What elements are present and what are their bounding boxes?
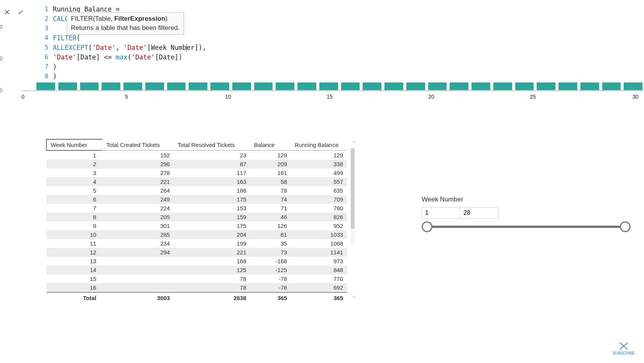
x-tick: 15 bbox=[327, 94, 333, 100]
table-row[interactable]: 11234199351068 bbox=[46, 239, 347, 248]
col-week[interactable]: Week Number bbox=[46, 139, 102, 150]
subscribe-logo[interactable]: SUBSCRIBE bbox=[613, 342, 635, 355]
scroll-up-icon[interactable]: ˄ bbox=[353, 140, 355, 146]
table-row[interactable]: 1678-78692 bbox=[46, 283, 347, 292]
slicer-min-input[interactable] bbox=[422, 207, 460, 219]
table-row[interactable]: 115223129129 bbox=[46, 150, 347, 160]
dna-icon bbox=[618, 342, 629, 350]
col-running[interactable]: Running Balance bbox=[291, 139, 347, 150]
x-tick: 10 bbox=[225, 94, 231, 100]
scrollbar-thumb[interactable] bbox=[351, 148, 355, 229]
commit-button[interactable]: ✓ bbox=[15, 7, 26, 18]
slicer-title: Week Number bbox=[422, 196, 631, 203]
line-gutter: 12345678 bbox=[39, 5, 51, 81]
total-balance: 365 bbox=[250, 292, 291, 303]
tooltip-sig-pre: FILTER(Table, bbox=[71, 15, 114, 22]
col-balance[interactable]: Balance bbox=[250, 139, 291, 150]
tooltip-desc: Returns a table that has been filtered. bbox=[71, 24, 180, 31]
total-label: Total bbox=[46, 292, 102, 303]
col-created[interactable]: Total Created Tickets bbox=[102, 139, 174, 150]
slider-handle-max[interactable] bbox=[620, 221, 631, 232]
x-tick: 30 bbox=[632, 94, 639, 100]
y-tick-0: 0 bbox=[0, 87, 2, 93]
logo-label: SUBSCRIBE bbox=[613, 351, 635, 355]
table-row[interactable]: 9301175126952 bbox=[46, 221, 347, 230]
tooltip-sig-post: ) bbox=[165, 15, 168, 22]
cancel-button[interactable]: ✕ bbox=[2, 7, 12, 18]
x-tick: 20 bbox=[428, 94, 434, 100]
slider-handle-min[interactable] bbox=[422, 221, 432, 232]
table-row[interactable]: 722415371780 bbox=[46, 204, 347, 213]
formula-bar: ✕ ✓ 12345678 Running Balance = CALC FILT… bbox=[2, 2, 642, 82]
table-row[interactable]: 12294221731141 bbox=[46, 248, 347, 257]
table-row[interactable]: 3278117161499 bbox=[46, 168, 347, 177]
col-resolved[interactable]: Total Resolved Tickets bbox=[174, 139, 250, 150]
scroll-down-icon[interactable]: ˅ bbox=[353, 296, 355, 302]
total-resolved: 2638 bbox=[174, 292, 250, 303]
x-tick: 0 bbox=[21, 94, 25, 100]
x-axis-line bbox=[21, 91, 642, 91]
chart-bars bbox=[36, 82, 642, 90]
table-row[interactable]: 526418678635 bbox=[46, 186, 347, 195]
table-total-row: Total 3003 2638 365 365 bbox=[46, 292, 347, 303]
table-row[interactable]: 14125-125848 bbox=[46, 266, 347, 274]
data-table[interactable]: ˄ ˅ Week Number Total Created Tickets To… bbox=[46, 139, 347, 303]
tooltip-sig-bold: FilterExpression bbox=[114, 15, 165, 22]
table-row[interactable]: 624917574709 bbox=[46, 195, 347, 204]
x-tick: 5 bbox=[125, 94, 128, 100]
total-created: 3003 bbox=[102, 292, 174, 303]
total-running: 365 bbox=[291, 292, 347, 303]
intellisense-tooltip: FILTER(Table, FilterExpression) Returns … bbox=[67, 12, 184, 35]
table-header-row: Week Number Total Created Tickets Total … bbox=[46, 139, 347, 150]
slider-track[interactable] bbox=[427, 226, 625, 228]
table-row[interactable]: 820515946826 bbox=[46, 213, 347, 221]
table-row[interactable]: 422116358557 bbox=[46, 177, 347, 186]
table-row[interactable]: 229687209338 bbox=[46, 160, 347, 168]
x-tick: 25 bbox=[530, 94, 536, 100]
table-row[interactable]: 10285204811033 bbox=[46, 230, 347, 239]
table-row[interactable]: 13168-168973 bbox=[46, 257, 347, 266]
table-row[interactable]: 1578-78770 bbox=[46, 274, 347, 283]
week-number-slicer[interactable]: Week Number bbox=[422, 196, 631, 228]
slicer-max-input[interactable] bbox=[460, 207, 498, 219]
